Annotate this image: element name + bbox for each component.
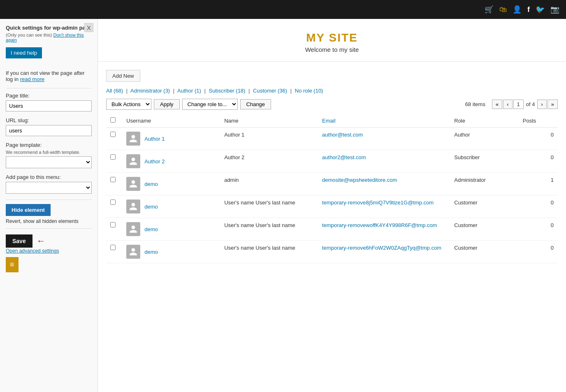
main-content: MY SITE Welcome to my site Add New All (… bbox=[98, 19, 566, 392]
user-posts: 0 bbox=[519, 150, 558, 173]
toolbar: Bulk Actions Apply Change role to... Cha… bbox=[106, 99, 558, 110]
row-checkbox[interactable] bbox=[110, 177, 116, 182]
sep-5: | bbox=[290, 88, 292, 94]
user-role: Customer bbox=[450, 195, 519, 218]
user-role: Subscriber bbox=[450, 150, 519, 173]
page-title-label: Page title: bbox=[6, 93, 92, 99]
url-slug-label: URL slug: bbox=[6, 117, 92, 123]
prev-page-button[interactable]: ‹ bbox=[503, 100, 512, 109]
filter-all[interactable]: All (68) bbox=[106, 88, 123, 94]
filter-links: All (68) | Administrator (3) | Author (1… bbox=[106, 88, 558, 94]
user-name: admin bbox=[220, 173, 318, 195]
username-link[interactable]: demo bbox=[144, 249, 158, 255]
close-sidebar-button[interactable]: X bbox=[84, 23, 93, 32]
advanced-settings-link[interactable]: Open advanced settings bbox=[6, 248, 59, 254]
user-name: Author 1 bbox=[220, 128, 318, 150]
filter-subscriber[interactable]: Subscriber (18) bbox=[209, 88, 246, 94]
username-link[interactable]: demo bbox=[144, 226, 158, 232]
save-area: Save ← bbox=[6, 234, 92, 248]
bulk-actions-select[interactable]: Bulk Actions bbox=[106, 99, 151, 110]
change-role-select[interactable]: Change role to... bbox=[182, 99, 238, 110]
facebook-icon[interactable]: f bbox=[527, 5, 530, 14]
sep-3: | bbox=[204, 88, 206, 94]
username-link[interactable]: demo bbox=[144, 204, 158, 210]
page-template-note: We recommend a full-width template. bbox=[6, 150, 92, 155]
site-header: MY SITE Welcome to my site bbox=[98, 19, 566, 62]
sep-2: | bbox=[173, 88, 174, 94]
user-posts: 0 bbox=[519, 218, 558, 241]
table-row: demo User's name User's last nametempora… bbox=[106, 195, 558, 218]
email-link[interactable]: author@test.com bbox=[322, 132, 363, 138]
twitter-icon[interactable]: 🐦 bbox=[536, 5, 545, 14]
hamburger-button[interactable]: ≡ bbox=[6, 257, 19, 272]
next-page-button[interactable]: › bbox=[537, 100, 546, 109]
username-link[interactable]: Author 2 bbox=[144, 158, 165, 165]
row-checkbox[interactable] bbox=[110, 222, 116, 227]
user-name: User's name User's last name bbox=[220, 241, 318, 263]
filter-customer[interactable]: Customer (36) bbox=[253, 88, 287, 94]
filter-administrator[interactable]: Administrator (3) bbox=[130, 88, 170, 94]
page-template-select[interactable] bbox=[6, 156, 92, 168]
username-link[interactable]: Author 1 bbox=[144, 136, 165, 142]
current-page[interactable]: 1 bbox=[513, 100, 524, 109]
user-posts: 0 bbox=[519, 128, 558, 150]
shop-icon[interactable]: 🛍 bbox=[499, 5, 507, 14]
email-link[interactable]: temporary-remove6hFoW2W0ZAqgTyq@tmp.com bbox=[322, 245, 441, 251]
read-more-link[interactable]: read more bbox=[20, 76, 44, 82]
url-slug-input[interactable] bbox=[6, 125, 92, 136]
login-note: If you can not view the page after log i… bbox=[6, 70, 85, 82]
hide-element-button[interactable]: Hide element bbox=[6, 204, 51, 216]
sidebar: X Quick settings for wp-admin page (Only… bbox=[0, 19, 98, 392]
page-of: of 4 bbox=[524, 101, 537, 107]
instagram-icon[interactable]: 📷 bbox=[550, 5, 559, 14]
email-link[interactable]: author2@test.com bbox=[322, 154, 366, 160]
avatar bbox=[126, 154, 140, 168]
last-page-button[interactable]: » bbox=[547, 100, 558, 109]
pagination: « ‹ 1 of 4 › » bbox=[492, 100, 558, 109]
user-role: Author bbox=[450, 128, 519, 150]
users-table: Username Name Email Role Posts Author 1 … bbox=[106, 114, 558, 263]
row-checkbox[interactable] bbox=[110, 154, 116, 160]
menu-select[interactable] bbox=[6, 182, 92, 194]
add-new-button[interactable]: Add New bbox=[106, 70, 140, 82]
table-row: demo User's name User's last nametempora… bbox=[106, 218, 558, 241]
row-checkbox[interactable] bbox=[110, 245, 116, 250]
table-row: demo User's name User's last nametempora… bbox=[106, 241, 558, 263]
first-page-button[interactable]: « bbox=[492, 100, 502, 109]
avatar bbox=[126, 177, 140, 191]
change-button[interactable]: Change bbox=[240, 99, 271, 109]
cart-icon[interactable]: 🛒 bbox=[485, 5, 494, 14]
avatar bbox=[126, 199, 140, 213]
user-role: Customer bbox=[450, 218, 519, 241]
page-title-input[interactable] bbox=[6, 100, 92, 111]
revert-link[interactable]: Revert, show all hidden elements bbox=[6, 218, 92, 224]
table-row: Author 1 Author 1author@test.comAuthor0 bbox=[106, 128, 558, 150]
username-link[interactable]: demo bbox=[144, 181, 158, 187]
save-button[interactable]: Save bbox=[6, 234, 32, 248]
col-username: Username bbox=[122, 114, 220, 128]
items-count: 68 items bbox=[465, 101, 485, 107]
help-button[interactable]: I need help bbox=[6, 47, 42, 58]
filter-no-role[interactable]: No role (10) bbox=[295, 88, 323, 94]
avatar bbox=[126, 132, 140, 146]
col-role: Role bbox=[450, 114, 519, 128]
user-icon[interactable]: 👤 bbox=[513, 5, 522, 14]
email-link[interactable]: demosite@wpsheeteditore.com bbox=[322, 177, 397, 183]
user-name: Author 2 bbox=[220, 150, 318, 173]
row-checkbox[interactable] bbox=[110, 199, 116, 205]
apply-button[interactable]: Apply bbox=[154, 99, 180, 109]
row-checkbox[interactable] bbox=[110, 132, 116, 137]
email-link[interactable]: temporary-remove8j5miQ7V9tize1G@tmp.com bbox=[322, 199, 434, 206]
col-name: Name bbox=[220, 114, 318, 128]
user-role: Administrator bbox=[450, 173, 519, 195]
site-title: MY SITE bbox=[98, 31, 566, 44]
page-template-label: Page template: bbox=[6, 142, 92, 148]
user-posts: 0 bbox=[519, 195, 558, 218]
select-all-checkbox[interactable] bbox=[110, 117, 116, 123]
top-bar: 🛒 🛍 👤 f 🐦 📷 bbox=[0, 0, 566, 19]
filter-author[interactable]: Author (1) bbox=[177, 88, 201, 94]
arrow-icon: ← bbox=[37, 236, 46, 246]
email-link[interactable]: temporary-removewoffK4Y4Y998R6F@tmp.com bbox=[322, 222, 437, 228]
sep-4: | bbox=[248, 88, 250, 94]
avatar bbox=[126, 245, 140, 259]
